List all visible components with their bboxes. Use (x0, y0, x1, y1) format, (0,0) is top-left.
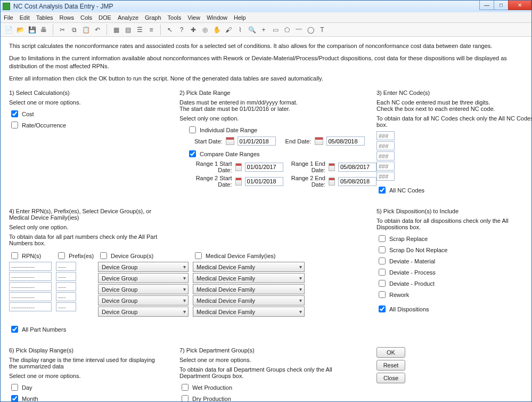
checkbox-prefix-input[interactable] (58, 252, 65, 259)
copy-icon[interactable]: ⧉ (69, 25, 79, 35)
circle-icon[interactable]: ◯ (306, 25, 315, 35)
calendar-icon[interactable] (235, 163, 242, 171)
device-group-select-2[interactable]: Device Group (98, 273, 189, 283)
device-group-select-3[interactable]: Device Group (98, 284, 189, 294)
pointer-icon[interactable]: ↖ (165, 25, 175, 35)
mdf-select-4[interactable]: Medical Device Family (193, 295, 305, 305)
checkbox-rate[interactable]: Rate/Occurrence (9, 120, 179, 130)
menu-doe[interactable]: DOE (99, 14, 111, 21)
prefix-input-2[interactable] (56, 272, 76, 281)
checkbox-all-parts-input[interactable] (11, 326, 18, 333)
mdf-select-3[interactable]: Medical Device Family (193, 284, 305, 294)
checkbox-rpn-input[interactable] (11, 252, 18, 259)
checkbox-rpn[interactable]: RPN(s) (9, 251, 41, 261)
cut-icon[interactable]: ✂ (58, 25, 67, 35)
prefix-input-1[interactable] (56, 262, 76, 271)
help-icon[interactable]: ? (177, 25, 186, 35)
paste-icon[interactable]: 📋 (81, 25, 91, 35)
menu-cols[interactable]: Cols (80, 14, 92, 21)
calendar-icon[interactable] (235, 178, 242, 186)
checkbox-individual-input[interactable] (189, 126, 196, 133)
checkbox-cost[interactable]: Cost (9, 109, 179, 119)
nc-code-input-2[interactable] (377, 141, 395, 150)
range1-start-input[interactable] (245, 163, 283, 172)
target-icon[interactable]: ◎ (200, 25, 210, 35)
open-icon[interactable]: 📂 (15, 25, 25, 35)
menu-tools[interactable]: Tools (168, 14, 182, 21)
calendar-icon[interactable] (226, 137, 234, 145)
nc-code-input-4[interactable] (377, 162, 395, 171)
rows-icon[interactable]: ≡ (146, 25, 156, 35)
range1-end-input[interactable] (338, 163, 377, 172)
rpn-input-2[interactable] (9, 272, 52, 281)
device-group-select-5[interactable]: Device Group (98, 307, 189, 317)
hand-icon[interactable]: ✋ (212, 25, 222, 35)
checkbox-month[interactable]: Month (9, 393, 179, 401)
menu-file[interactable]: File (4, 14, 13, 21)
poly-icon[interactable]: ⬠ (282, 25, 292, 35)
nc-code-input-5[interactable] (377, 172, 395, 181)
checkbox-scrap-replace[interactable]: Scrap Replace (377, 234, 531, 244)
calendar-icon[interactable] (315, 137, 323, 145)
range2-end-input[interactable] (338, 177, 377, 186)
menu-tables[interactable]: Tables (36, 14, 53, 21)
rpn-input-3[interactable] (9, 282, 52, 291)
checkbox-dry-production[interactable]: Dry Production (179, 393, 377, 401)
checkbox-day[interactable]: Day (9, 382, 179, 392)
checkbox-deviate-product[interactable]: Deviate - Product (377, 278, 531, 288)
new-icon[interactable]: 📄 (4, 25, 13, 35)
zoom-icon[interactable]: 🔍 (247, 25, 257, 35)
menu-help[interactable]: Help (234, 14, 246, 21)
checkbox-dg-input[interactable] (100, 252, 107, 259)
grid-icon[interactable]: ▤ (123, 25, 133, 35)
calendar-icon[interactable] (329, 178, 335, 186)
save-icon[interactable]: 💾 (27, 25, 37, 35)
checkbox-all-part-numbers[interactable]: All Part Numbers (9, 324, 377, 334)
rpn-input-4[interactable] (9, 292, 52, 301)
menu-window[interactable]: Window (207, 14, 227, 21)
checkbox-individual-range[interactable]: Individual Date Range (187, 125, 377, 135)
rpn-input-1[interactable] (9, 262, 52, 271)
lasso-icon[interactable]: ⌇ (235, 25, 245, 35)
nc-code-input-3[interactable] (377, 151, 395, 160)
checkbox-wet-production[interactable]: Wet Production (179, 382, 377, 392)
brush-icon[interactable]: 🖌 (224, 25, 233, 35)
calendar-icon[interactable] (329, 163, 335, 171)
close-button[interactable]: Close (377, 373, 405, 383)
checkbox-deviate-material[interactable]: Deviate - Material (377, 256, 531, 266)
mdf-select-5[interactable]: Medical Device Family (193, 307, 305, 317)
checkbox-all-nc-input[interactable] (379, 187, 386, 194)
reset-button[interactable]: Reset (377, 360, 405, 371)
table-icon[interactable]: ▦ (111, 25, 121, 35)
device-group-select-1[interactable]: Device Group (98, 262, 189, 272)
checkbox-rate-input[interactable] (11, 122, 18, 128)
rpn-input-5[interactable] (9, 302, 52, 311)
crosshair-icon[interactable]: ✚ (189, 25, 198, 35)
close-window-button[interactable]: ✕ (508, 1, 531, 10)
list-icon[interactable]: ☰ (135, 25, 144, 35)
checkbox-compare-input[interactable] (189, 150, 196, 157)
prefix-input-3[interactable] (56, 282, 76, 291)
checkbox-deviate-process[interactable]: Deviate - Process (377, 267, 531, 277)
menu-analyze[interactable]: Analyze (118, 14, 138, 21)
start-date-input[interactable] (238, 136, 276, 146)
prefix-input-4[interactable] (56, 292, 76, 301)
text-icon[interactable]: T (317, 25, 327, 35)
plus-icon[interactable]: + (259, 25, 268, 35)
print-icon[interactable]: 🖶 (39, 25, 48, 35)
menu-graph[interactable]: Graph (145, 14, 161, 21)
minimize-button[interactable]: — (479, 1, 494, 10)
checkbox-mdf[interactable]: Medical Device Family(ies) (193, 251, 275, 261)
ok-button[interactable]: OK (377, 347, 405, 358)
end-date-input[interactable] (326, 136, 365, 146)
prefix-input-5[interactable] (56, 302, 76, 311)
range2-start-input[interactable] (245, 177, 283, 186)
checkbox-rework[interactable]: Rework (377, 290, 531, 300)
checkbox-compare-ranges[interactable]: Compare Date Ranges (187, 149, 377, 159)
nc-code-input-1[interactable] (377, 131, 395, 140)
checkbox-cost-input[interactable] (11, 110, 18, 117)
menu-view[interactable]: View (187, 14, 200, 21)
checkbox-all-dispositions[interactable]: All Dispositions (377, 304, 531, 314)
checkbox-device-group[interactable]: Device Group(s) (98, 251, 153, 261)
undo-icon[interactable]: ↶ (93, 25, 102, 35)
